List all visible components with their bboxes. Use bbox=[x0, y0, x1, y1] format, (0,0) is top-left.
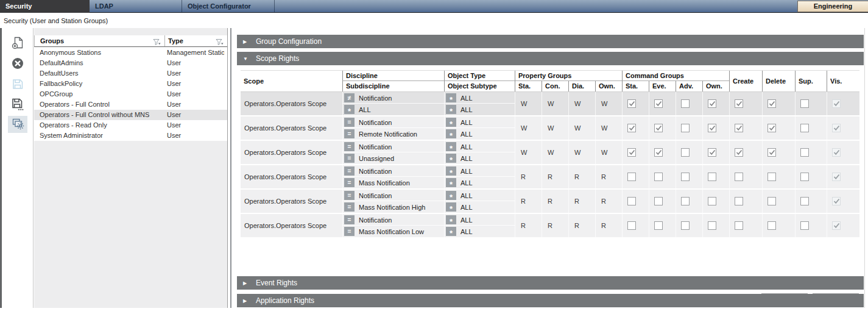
command-group-checkbox[interactable] bbox=[627, 148, 636, 157]
command-group-checkbox[interactable] bbox=[654, 197, 663, 205]
command-group-checkbox[interactable] bbox=[681, 197, 690, 205]
delete-checkbox[interactable] bbox=[767, 221, 776, 230]
scope-rights-row[interactable]: Operators.Operators Scope≠Notification*A… bbox=[241, 92, 859, 116]
command-group-checkbox[interactable] bbox=[708, 173, 716, 181]
sup-checkbox[interactable] bbox=[800, 221, 809, 230]
group-row[interactable]: Operators - Full ControlUser bbox=[34, 99, 227, 110]
group-row[interactable]: DefaultAdminsUser bbox=[34, 58, 227, 68]
subdiscipline-operator-badge[interactable]: = bbox=[344, 154, 355, 163]
delete-checkbox[interactable] bbox=[767, 173, 776, 181]
scope-rights-row[interactable]: Operators.Operators Scope=Notification=R… bbox=[241, 116, 859, 141]
command-group-checkbox[interactable] bbox=[681, 124, 690, 132]
delete-checkbox[interactable] bbox=[767, 148, 776, 157]
command-group-checkbox[interactable] bbox=[627, 173, 636, 181]
command-group-checkbox[interactable] bbox=[708, 99, 716, 108]
subdiscipline-operator-badge[interactable]: * bbox=[344, 105, 355, 114]
subdiscipline-operator-badge[interactable]: = bbox=[344, 202, 355, 212]
object-type-operator-badge[interactable]: * bbox=[446, 93, 456, 102]
delete-checkbox[interactable] bbox=[767, 99, 776, 108]
command-group-checkbox[interactable] bbox=[681, 221, 690, 230]
manage-configuration-button[interactable] bbox=[8, 116, 27, 133]
object-type-operator-badge[interactable]: * bbox=[446, 142, 456, 151]
section-group-configuration[interactable]: ▶Group Configuration bbox=[237, 35, 864, 48]
save-as-button[interactable] bbox=[8, 97, 27, 114]
command-group-checkbox[interactable] bbox=[708, 221, 716, 230]
discipline-operator-badge[interactable]: = bbox=[344, 166, 355, 176]
object-subtype-operator-badge[interactable]: * bbox=[446, 154, 456, 163]
object-type-operator-badge[interactable]: * bbox=[446, 166, 456, 176]
command-group-checkbox[interactable] bbox=[627, 99, 636, 108]
group-row[interactable]: DefaultUsersUser bbox=[34, 68, 227, 79]
command-group-checkbox[interactable] bbox=[627, 197, 636, 205]
discard-button[interactable] bbox=[8, 56, 27, 73]
sup-checkbox[interactable] bbox=[800, 197, 809, 205]
tab-ldap[interactable]: LDAP bbox=[90, 0, 182, 13]
create-checkbox[interactable] bbox=[735, 197, 743, 205]
group-row[interactable]: Anonymous StationsManagement Station bbox=[34, 48, 227, 58]
delete-checkbox[interactable] bbox=[767, 124, 776, 132]
command-group-checkbox[interactable] bbox=[627, 124, 636, 132]
group-row[interactable]: Operators - Read OnlyUser bbox=[34, 120, 227, 130]
command-group-checkbox[interactable] bbox=[654, 124, 663, 132]
section-application-rights[interactable]: ▶Application Rights bbox=[237, 294, 864, 307]
scope-rights-row[interactable]: Operators.Operators Scope=Notification=M… bbox=[241, 214, 859, 238]
create-checkbox[interactable] bbox=[735, 148, 743, 157]
create-checkbox[interactable] bbox=[735, 124, 743, 132]
discipline-operator-badge[interactable]: ≠ bbox=[344, 93, 355, 102]
section-event-rights[interactable]: ▶Event Rights bbox=[237, 276, 864, 290]
scope-rights-row[interactable]: Operators.Operators Scope=Notification=U… bbox=[241, 141, 859, 165]
object-subtype-operator-badge[interactable]: * bbox=[446, 227, 456, 236]
command-group-checkbox[interactable] bbox=[708, 148, 716, 157]
scope-rights-row[interactable]: Operators.Operators Scope=Notification=M… bbox=[241, 165, 859, 190]
sup-checkbox[interactable] bbox=[800, 173, 809, 181]
command-group-cell bbox=[702, 141, 729, 164]
object-subtype-operator-badge[interactable]: * bbox=[446, 129, 456, 138]
create-checkbox[interactable] bbox=[735, 99, 743, 108]
discipline-operator-badge[interactable]: = bbox=[344, 215, 355, 224]
command-group-checkbox[interactable] bbox=[627, 221, 636, 230]
tab-object-configurator[interactable]: Object Configurator bbox=[182, 0, 274, 13]
column-header-groups[interactable]: Groups bbox=[34, 35, 164, 46]
object-type-operator-badge[interactable]: * bbox=[446, 118, 456, 127]
scope-rights-row[interactable]: Operators.Operators Scope=Notification=M… bbox=[241, 190, 859, 214]
command-group-checkbox[interactable] bbox=[654, 148, 663, 157]
subdiscipline-operator-badge[interactable]: = bbox=[344, 178, 355, 187]
command-group-checkbox[interactable] bbox=[654, 221, 663, 230]
command-group-checkbox[interactable] bbox=[681, 99, 690, 108]
object-subtype-operator-badge[interactable]: * bbox=[446, 178, 456, 187]
delete-checkbox[interactable] bbox=[767, 197, 776, 205]
group-row[interactable]: Operators - Full Control without MNSUser bbox=[34, 110, 227, 120]
command-group-checkbox[interactable] bbox=[654, 173, 663, 181]
group-name: OPCGroup bbox=[34, 89, 164, 99]
group-row[interactable]: OPCGroupUser bbox=[34, 89, 227, 99]
command-group-checkbox[interactable] bbox=[654, 99, 663, 108]
object-type-operator-badge[interactable]: * bbox=[446, 215, 456, 224]
command-group-checkbox[interactable] bbox=[708, 124, 716, 132]
discipline-operator-badge[interactable]: = bbox=[344, 118, 355, 127]
discipline-operator-badge[interactable]: = bbox=[344, 191, 355, 200]
group-row[interactable]: System AdministratorUser bbox=[34, 130, 227, 141]
tab-security[interactable]: Security bbox=[0, 0, 90, 13]
subdiscipline-operator-badge[interactable]: = bbox=[344, 227, 355, 236]
discipline-operator-badge[interactable]: = bbox=[344, 142, 355, 151]
command-group-checkbox[interactable] bbox=[708, 197, 716, 205]
vis-checkbox bbox=[832, 197, 841, 205]
create-checkbox[interactable] bbox=[735, 221, 743, 230]
subdiscipline-operator-badge[interactable]: = bbox=[344, 129, 355, 138]
command-group-checkbox[interactable] bbox=[681, 173, 690, 181]
object-subtype-operator-badge[interactable]: * bbox=[446, 105, 456, 114]
sup-checkbox[interactable] bbox=[800, 148, 809, 157]
tab-engineering[interactable]: Engineering bbox=[797, 1, 868, 12]
column-header-type[interactable]: Type bbox=[164, 35, 227, 46]
group-row[interactable]: FallbackPolicyUser bbox=[34, 79, 227, 89]
object-subtype-operator-badge[interactable]: * bbox=[446, 202, 456, 212]
sup-checkbox[interactable] bbox=[800, 124, 809, 132]
tab-separator bbox=[274, 0, 275, 13]
object-type-operator-badge[interactable]: * bbox=[446, 191, 456, 200]
sup-checkbox[interactable] bbox=[800, 99, 809, 108]
create-checkbox[interactable] bbox=[735, 173, 743, 181]
command-group-checkbox[interactable] bbox=[681, 148, 690, 157]
panel-splitter[interactable] bbox=[228, 28, 236, 308]
section-scope-rights[interactable]: ▼Scope Rights bbox=[237, 52, 864, 65]
new-document-button[interactable] bbox=[8, 35, 27, 52]
